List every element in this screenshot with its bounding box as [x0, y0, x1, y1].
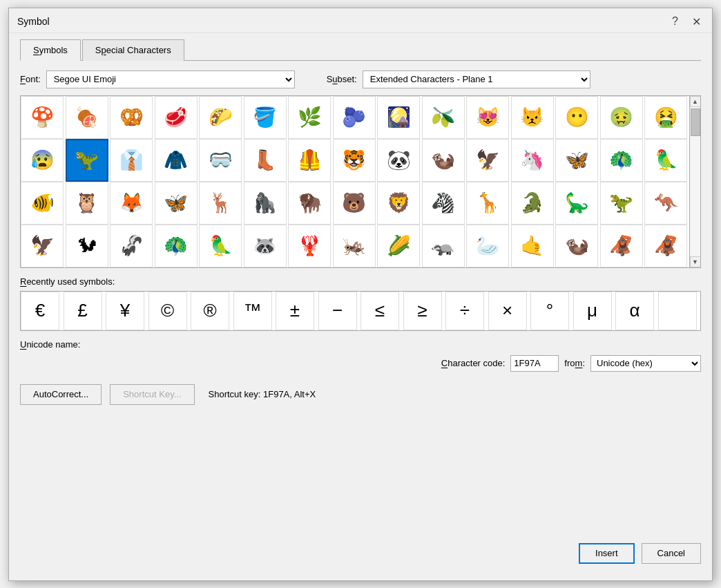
symbol-cell[interactable]: 🦚 — [600, 139, 643, 182]
symbol-cell[interactable]: 🫐 — [333, 96, 376, 139]
tab-symbols[interactable]: Symbols — [20, 39, 81, 61]
from-select[interactable]: Unicode (hex) — [590, 355, 701, 372]
unicode-name-row: Unicode name: — [20, 339, 701, 350]
symbol-cell[interactable]: 🦢 — [466, 225, 509, 267]
symbol-cell[interactable]: 🦗 — [333, 225, 376, 267]
symbol-cell[interactable]: 🦁 — [377, 182, 420, 225]
symbol-cell[interactable]: 🦺 — [288, 139, 331, 182]
help-button[interactable]: ? — [669, 14, 681, 29]
symbol-cell[interactable]: 🦜 — [199, 225, 242, 267]
symbol-cell[interactable]: 😶 — [555, 96, 598, 139]
symbol-cell[interactable]: 🦉 — [66, 182, 108, 225]
subset-select[interactable]: Extended Characters - Plane 1 — [363, 70, 590, 88]
symbol-cell[interactable]: 🤢 — [600, 96, 643, 139]
symbol-cell[interactable]: 🐊 — [511, 182, 554, 225]
symbol-cell[interactable]: 🦞 — [288, 225, 331, 267]
scroll-down[interactable]: ▼ — [690, 256, 701, 267]
title-bar-controls: ? ✕ — [669, 14, 704, 30]
subset-label: Subset: — [327, 74, 357, 84]
scroll-thumb[interactable] — [691, 108, 700, 136]
symbol-cell[interactable]: 🦖 — [66, 139, 108, 182]
recently-used-cell[interactable]: ¥ — [106, 292, 144, 330]
symbol-cell[interactable]: 🦅 — [466, 139, 509, 182]
symbol-cell[interactable]: 🦋 — [555, 139, 598, 182]
tab-special-characters[interactable]: Special Characters — [82, 39, 184, 61]
recently-used-cell[interactable]: © — [148, 292, 187, 330]
symbol-cell[interactable]: 🦊 — [110, 182, 153, 225]
symbol-cell[interactable]: 🐯 — [333, 139, 376, 182]
symbol-cell[interactable]: 🍖 — [66, 96, 108, 139]
symbol-cell[interactable]: 🦓 — [422, 182, 465, 225]
symbol-cell[interactable]: 🦌 — [199, 182, 242, 225]
symbol-cell[interactable]: 🦦 — [422, 139, 465, 182]
symbol-cell[interactable]: 🥽 — [199, 139, 242, 182]
symbol-cell[interactable]: 🦒 — [466, 182, 509, 225]
scrollbar: ▲ ▼ — [689, 96, 700, 267]
font-select[interactable]: Segoe UI Emoji — [46, 70, 295, 88]
symbol-cell[interactable]: 🦍 — [244, 182, 287, 225]
symbol-cell[interactable]: 🦖 — [600, 182, 643, 225]
symbol-cell[interactable]: 🦚 — [155, 225, 198, 267]
symbol-cell[interactable]: 🤙 — [511, 225, 554, 267]
symbol-cell[interactable]: 🦬 — [288, 182, 331, 225]
dialog-title: Symbol — [17, 16, 50, 27]
symbol-cell[interactable]: 🦜 — [644, 139, 687, 182]
insert-button[interactable]: Insert — [579, 543, 635, 564]
scroll-up[interactable]: ▲ — [690, 96, 701, 107]
shortcut-key-button[interactable]: Shortcut Key... — [110, 384, 194, 405]
symbol-cell[interactable]: 🦧 — [644, 225, 687, 267]
recently-used-cell[interactable]: ™ — [233, 292, 272, 330]
recently-used-cell[interactable]: ® — [191, 292, 229, 330]
symbol-cell[interactable]: 😰 — [21, 139, 64, 182]
symbol-cell[interactable]: 🦧 — [600, 225, 643, 267]
symbol-cell[interactable]: 🐼 — [377, 139, 420, 182]
symbol-cell[interactable]: 🐠 — [21, 182, 64, 225]
symbol-cell[interactable]: 😾 — [511, 96, 554, 139]
autocorrect-button[interactable]: AutoCorrect... — [20, 384, 102, 405]
cancel-button[interactable]: Cancel — [642, 543, 701, 564]
symbol-cell[interactable]: 🎑 — [377, 96, 420, 139]
symbol-cell[interactable]: 🌮 — [199, 96, 242, 139]
recently-used-cell[interactable]: ≥ — [403, 292, 442, 330]
symbol-cell[interactable]: 🍄 — [21, 96, 64, 139]
symbol-cell[interactable]: 🦅 — [21, 225, 64, 267]
symbol-cell[interactable]: 👢 — [244, 139, 287, 182]
symbol-cell[interactable]: 🌿 — [288, 96, 331, 139]
recently-used-cell[interactable]: × — [488, 292, 527, 330]
charcode-label: Character code: — [441, 358, 506, 368]
symbol-cell[interactable]: 👔 — [110, 139, 153, 182]
symbol-cell[interactable]: 🥩 — [155, 96, 198, 139]
symbol-cell[interactable]: 🦘 — [644, 182, 687, 225]
recently-used-cell[interactable]: £ — [64, 292, 102, 330]
recently-used-cell[interactable]: μ — [573, 292, 612, 330]
symbol-cell[interactable]: 🫒 — [422, 96, 465, 139]
symbol-cell[interactable]: 🦕 — [555, 182, 598, 225]
symbol-cell[interactable]: 🧥 — [155, 139, 198, 182]
symbol-cell[interactable]: 🦨 — [110, 225, 153, 267]
title-bar: Symbol ? ✕ — [9, 8, 712, 33]
symbol-cell[interactable]: 🦦 — [555, 225, 598, 267]
recently-used-cell[interactable]: ≤ — [360, 292, 399, 330]
from-label: from: — [564, 358, 585, 368]
symbol-cell[interactable]: 🦡 — [422, 225, 465, 267]
recently-used-cell[interactable]: € — [21, 292, 59, 330]
recently-used-cell[interactable]: ÷ — [445, 292, 484, 330]
font-label: Font: — [20, 74, 41, 84]
recently-used-cell[interactable]: α — [615, 292, 654, 330]
symbol-cell[interactable]: 🦋 — [155, 182, 198, 225]
symbol-cell[interactable]: 🦝 — [244, 225, 287, 267]
recently-used-cell-empty — [658, 292, 697, 330]
recently-used-cell[interactable]: − — [318, 292, 357, 330]
symbol-cell[interactable]: 🌽 — [377, 225, 420, 267]
symbol-cell[interactable]: 🐻 — [333, 182, 376, 225]
recently-used-cell[interactable]: ± — [276, 292, 314, 330]
charcode-input[interactable] — [510, 355, 559, 372]
recently-used-cell[interactable]: ° — [530, 292, 569, 330]
symbol-cell[interactable]: 🥨 — [110, 96, 153, 139]
symbol-cell[interactable]: 😻 — [466, 96, 509, 139]
symbol-cell[interactable]: 🤮 — [644, 96, 687, 139]
symbol-cell[interactable]: 🪣 — [244, 96, 287, 139]
symbol-cell[interactable]: 🐿 — [66, 225, 108, 267]
close-button[interactable]: ✕ — [689, 14, 704, 30]
symbol-cell[interactable]: 🦄 — [511, 139, 554, 182]
